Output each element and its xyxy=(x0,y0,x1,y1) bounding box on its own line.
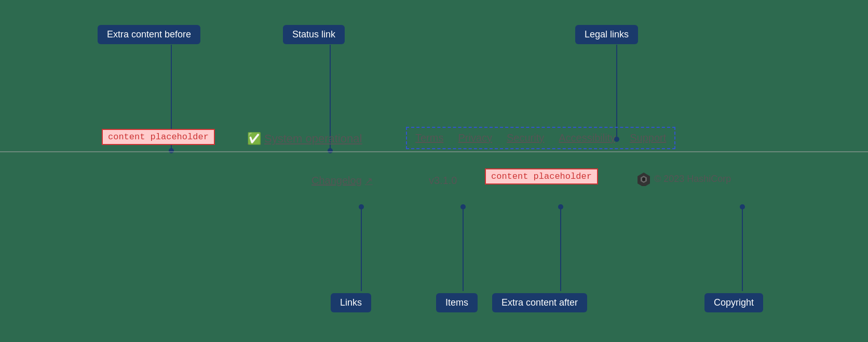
legal-links-label: Legal links xyxy=(575,25,638,44)
status-link-text[interactable]: System operational xyxy=(264,132,362,146)
svg-point-10 xyxy=(558,204,563,209)
support-link[interactable]: Support xyxy=(630,132,666,144)
status-link-label: Status link xyxy=(283,25,345,44)
changelog-link-text[interactable]: Changelog xyxy=(311,175,362,187)
copyright-section: © 2023 HashiCorp xyxy=(636,172,731,186)
svg-point-12 xyxy=(740,204,745,209)
items-label: Items xyxy=(436,293,478,312)
privacy-link[interactable]: Privacy xyxy=(458,132,492,144)
extra-content-after-label: Extra content after xyxy=(492,293,587,312)
svg-point-6 xyxy=(359,204,364,209)
svg-point-1 xyxy=(169,148,174,153)
copyright-text: © 2023 HashiCorp xyxy=(654,174,731,185)
copyright-label: Copyright xyxy=(704,293,763,312)
changelog-section[interactable]: Changelog ↗ xyxy=(311,175,373,187)
legal-links-section: Terms Privacy Security Accessibility Sup… xyxy=(406,127,675,149)
accessibility-link[interactable]: Accessibility xyxy=(559,132,615,144)
content-placeholder-before: content placeholder xyxy=(102,129,215,145)
version-section: v3.1.0 xyxy=(429,175,457,187)
version-text: v3.1.0 xyxy=(429,175,457,186)
svg-point-8 xyxy=(460,204,466,209)
hashicorp-logo-icon xyxy=(636,172,651,186)
security-link[interactable]: Security xyxy=(507,132,544,144)
external-link-icon: ↗ xyxy=(365,175,373,187)
svg-marker-17 xyxy=(642,177,645,181)
status-check-icon: ✅ xyxy=(247,132,261,146)
status-section[interactable]: ✅ System operational xyxy=(247,132,362,146)
extra-content-before-label: Extra content before xyxy=(98,25,200,44)
terms-link[interactable]: Terms xyxy=(415,132,443,144)
links-label: Links xyxy=(331,293,371,312)
svg-point-3 xyxy=(328,148,333,153)
content-placeholder-after: content placeholder xyxy=(485,168,598,185)
